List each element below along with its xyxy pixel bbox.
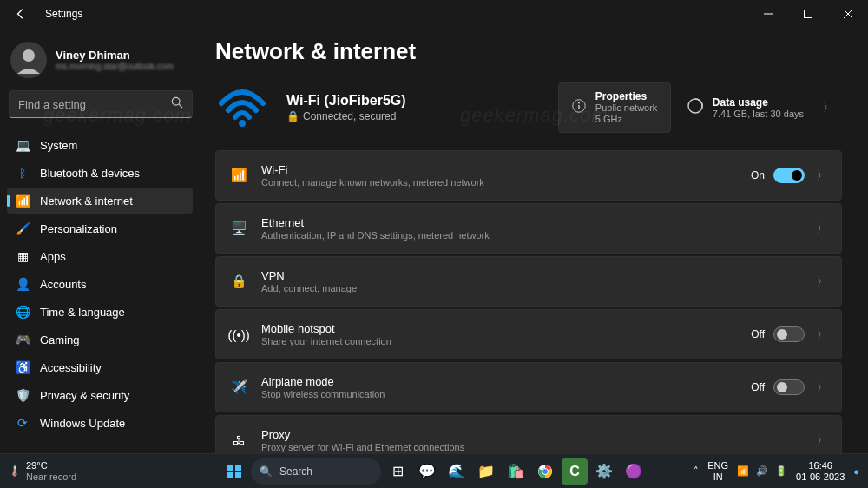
data-usage-icon: [687, 97, 704, 118]
wifi-state: On: [751, 169, 765, 181]
svg-point-18: [542, 468, 549, 474]
edge-button[interactable]: 🌊: [444, 458, 470, 485]
row-proxy[interactable]: 🖧 ProxyProxy server for Wi-Fi and Ethern…: [215, 415, 842, 453]
clock[interactable]: 16:4601-06-2023: [796, 460, 845, 481]
system-tray-icons[interactable]: 📶 🔊 🔋: [737, 465, 787, 477]
svg-point-9: [578, 102, 580, 104]
taskbar-search[interactable]: 🔍Search: [251, 458, 381, 485]
svg-rect-12: [227, 465, 233, 471]
nav-accounts[interactable]: 👤Accounts: [7, 271, 193, 297]
svg-point-7: [239, 120, 246, 127]
data-usage-card[interactable]: Data usage 7.41 GB, last 30 days 〉: [678, 89, 842, 126]
chevron-right-icon: 〉: [817, 168, 827, 183]
wifi-icon: 📶: [230, 167, 247, 184]
update-icon: ⟳: [16, 416, 30, 430]
chevron-right-icon: 〉: [817, 327, 827, 342]
wifi-name: Wi-Fi (JioFiber5G): [286, 93, 406, 109]
privacy-icon: 🛡️: [16, 388, 30, 402]
nav-personalization[interactable]: 🖌️Personalization: [7, 215, 193, 241]
svg-rect-15: [235, 472, 241, 478]
svg-rect-1: [805, 10, 812, 18]
settings-app-button[interactable]: ⚙️: [591, 458, 617, 485]
nav-bluetooth[interactable]: ᛒBluetooth & devices: [7, 160, 193, 186]
svg-point-5: [172, 97, 180, 105]
chat-button[interactable]: 💬: [414, 458, 440, 485]
row-ethernet[interactable]: 🖥️ EthernetAuthentication, IP and DNS se…: [215, 203, 842, 254]
search-icon: [171, 96, 183, 112]
chevron-right-icon: 〉: [817, 274, 827, 289]
wifi-large-icon: [215, 85, 269, 130]
properties-card[interactable]: Properties Public network 5 GHz: [558, 82, 671, 133]
row-airplane-mode[interactable]: ✈️ Airplane modeStop wireless communicat…: [215, 362, 842, 412]
start-button[interactable]: [221, 458, 247, 485]
data-usage-detail: 7.41 GB, last 30 days: [713, 109, 804, 119]
wifi-tray-icon: 📶: [737, 465, 749, 477]
row-mobile-hotspot[interactable]: ((•)) Mobile hotspotShare your internet …: [215, 309, 842, 359]
maximize-button[interactable]: [788, 0, 828, 28]
nav-gaming[interactable]: 🎮Gaming: [7, 326, 193, 353]
titlebar: Settings: [0, 0, 868, 28]
nav-apps[interactable]: ▦Apps: [7, 243, 193, 269]
nav-system[interactable]: 💻System: [7, 132, 193, 158]
svg-point-4: [23, 49, 35, 62]
airplane-state: Off: [751, 381, 765, 393]
user-email: ms.morning.star@outlook.com: [56, 62, 174, 71]
nav-windows-update[interactable]: ⟳Windows Update: [7, 410, 193, 436]
battery-tray-icon: 🔋: [775, 465, 787, 477]
back-button[interactable]: [7, 0, 35, 28]
row-wifi[interactable]: 📶 Wi-FiConnect, manage known networks, m…: [215, 150, 842, 201]
user-profile[interactable]: Viney Dhiman ms.morning.star@outlook.com: [7, 35, 200, 89]
hotspot-icon: ((•)): [230, 326, 247, 343]
info-icon: [571, 98, 587, 117]
minimize-button[interactable]: [748, 0, 788, 28]
bluetooth-icon: ᛒ: [16, 166, 30, 180]
data-usage-title: Data usage: [713, 96, 804, 109]
network-icon: 📶: [16, 194, 30, 208]
app-button[interactable]: 🟣: [621, 458, 647, 485]
hotspot-toggle[interactable]: [773, 326, 805, 342]
language-indicator[interactable]: ENGIN: [707, 460, 728, 481]
nav-network[interactable]: 📶Network & internet: [7, 188, 193, 214]
close-button[interactable]: [828, 0, 868, 28]
hotspot-state: Off: [751, 328, 765, 340]
row-vpn[interactable]: 🔒 VPNAdd, connect, manage 〉: [215, 256, 842, 307]
tray-chevron-icon[interactable]: ˄: [694, 465, 699, 477]
nav-privacy[interactable]: 🛡️Privacy & security: [7, 382, 193, 408]
vpn-icon: 🔒: [230, 273, 247, 290]
chevron-right-icon: 〉: [817, 221, 827, 236]
window-title: Settings: [45, 8, 82, 20]
avatar: [10, 42, 47, 78]
taskbar-weather[interactable]: 🌡️ 29°CNear record: [9, 460, 76, 481]
wifi-toggle[interactable]: [773, 168, 805, 183]
settings-search[interactable]: [9, 90, 193, 118]
nav-accessibility[interactable]: ♿Accessibility: [7, 354, 193, 380]
wifi-status: Connected, secured: [303, 110, 396, 122]
properties-line1: Public network: [595, 102, 658, 114]
chrome-button[interactable]: [532, 458, 558, 485]
main-content: Network & internet Wi-Fi (JioFiber5G) 🔒C…: [200, 28, 868, 453]
svg-rect-13: [235, 465, 241, 471]
sidebar: Viney Dhiman ms.morning.star@outlook.com…: [0, 28, 200, 453]
svg-line-6: [179, 104, 182, 108]
volume-tray-icon: 🔊: [756, 465, 768, 477]
user-name: Viney Dhiman: [56, 49, 174, 62]
chevron-right-icon: 〉: [817, 433, 827, 448]
explorer-button[interactable]: 📁: [473, 458, 499, 485]
nav-time-language[interactable]: 🌐Time & language: [7, 299, 193, 325]
system-icon: 💻: [16, 138, 30, 152]
notifications-icon[interactable]: ●: [853, 466, 859, 477]
network-status-header: Wi-Fi (JioFiber5G) 🔒Connected, secured P…: [215, 82, 842, 133]
proxy-icon: 🖧: [230, 432, 247, 449]
chevron-right-icon: 〉: [823, 101, 833, 115]
properties-line2: 5 GHz: [595, 114, 658, 125]
accessibility-icon: ♿: [16, 360, 30, 374]
airplane-toggle[interactable]: [773, 379, 805, 395]
task-view-button[interactable]: ⊞: [385, 458, 411, 485]
search-input[interactable]: [18, 98, 171, 111]
camtasia-button[interactable]: C: [562, 458, 588, 485]
personalization-icon: 🖌️: [16, 221, 30, 235]
gaming-icon: 🎮: [16, 333, 30, 346]
apps-icon: ▦: [16, 249, 30, 263]
properties-title: Properties: [595, 90, 658, 102]
store-button[interactable]: 🛍️: [503, 458, 529, 485]
